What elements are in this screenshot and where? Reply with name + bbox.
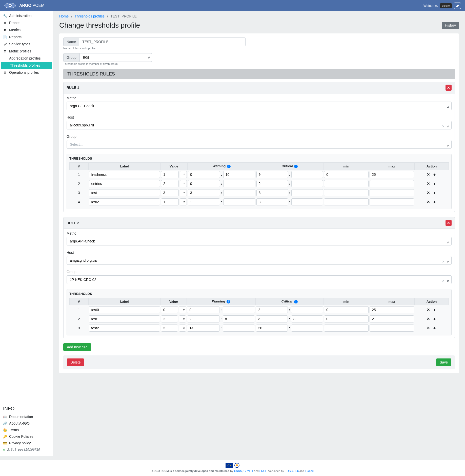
warning-b-input[interactable]: [223, 189, 255, 196]
sidebar-item-service-types[interactable]: 🖊Service types: [0, 41, 53, 48]
add-rule-button[interactable]: Add new rule: [63, 343, 91, 351]
info-item-about-argo[interactable]: 🔗About ARGO: [3, 420, 50, 427]
label-input[interactable]: [89, 325, 160, 332]
rule-group-select[interactable]: Select...: [67, 140, 452, 149]
footer-link-srce[interactable]: SRCE: [259, 469, 267, 472]
add-row-icon[interactable]: ＋: [433, 326, 436, 330]
warning-a-input[interactable]: [188, 198, 220, 205]
save-button[interactable]: Save: [436, 358, 451, 366]
remove-row-icon[interactable]: ✕: [427, 181, 430, 186]
warning-b-input[interactable]: [223, 171, 255, 178]
critical-b-input[interactable]: [291, 315, 323, 322]
add-row-icon[interactable]: ＋: [433, 191, 436, 195]
label-input[interactable]: [89, 171, 160, 178]
remove-row-icon[interactable]: ✕: [427, 191, 430, 195]
warning-a-input[interactable]: [188, 171, 220, 178]
unit-select[interactable]: TB: [179, 315, 186, 322]
unit-select[interactable]: KB: [179, 306, 186, 313]
delete-button[interactable]: Delete: [67, 358, 84, 366]
unit-select[interactable]: [180, 189, 187, 196]
critical-b-input[interactable]: [291, 325, 323, 332]
label-input[interactable]: [89, 315, 160, 322]
sidebar-item-aggregation-profiles[interactable]: ≔Aggregation profiles: [0, 55, 53, 62]
critical-b-input[interactable]: [291, 180, 323, 187]
max-input[interactable]: [370, 315, 414, 322]
metric-select[interactable]: argo.API-Check: [67, 237, 452, 245]
value-input[interactable]: [161, 180, 179, 187]
delete-rule-button[interactable]: ✕: [446, 220, 452, 226]
warning-a-input[interactable]: [188, 180, 220, 187]
critical-b-input[interactable]: [291, 306, 323, 313]
critical-a-input[interactable]: [256, 325, 288, 332]
unit-select[interactable]: %: [179, 325, 186, 332]
metric-select[interactable]: argo.CE-Check: [67, 102, 452, 110]
warning-b-input[interactable]: [223, 306, 255, 313]
info-item-terms[interactable]: 👑Terms: [3, 427, 50, 433]
warning-b-input[interactable]: [223, 180, 255, 187]
sidebar-item-probes[interactable]: ≡Probes: [0, 19, 53, 26]
warning-a-input[interactable]: [187, 325, 219, 332]
breadcrumb-home[interactable]: Home: [59, 14, 69, 18]
critical-b-input[interactable]: [291, 198, 323, 205]
info-icon[interactable]: i: [294, 300, 298, 303]
min-input[interactable]: [324, 198, 369, 205]
add-row-icon[interactable]: ＋: [433, 317, 436, 321]
sidebar-item-operations-profiles[interactable]: ⊞Operations profiles: [0, 69, 53, 76]
group-select[interactable]: EGI: [80, 53, 152, 62]
info-icon[interactable]: i: [294, 165, 298, 168]
min-input[interactable]: [324, 325, 369, 332]
remove-row-icon[interactable]: ✕: [427, 317, 430, 321]
name-input[interactable]: [79, 37, 246, 46]
max-input[interactable]: [370, 189, 414, 196]
warning-b-input[interactable]: [223, 325, 255, 332]
critical-a-input[interactable]: [256, 315, 288, 322]
value-input[interactable]: [161, 198, 179, 205]
sidebar-item-reports[interactable]: 📄Reports: [0, 33, 53, 41]
info-item-privacy-policy[interactable]: 💳Privacy policy: [3, 440, 50, 446]
value-input[interactable]: [161, 325, 178, 332]
info-item-cookie-policies[interactable]: 🔑Cookie Policies: [3, 433, 50, 440]
add-row-icon[interactable]: ＋: [433, 308, 436, 312]
max-input[interactable]: [370, 171, 414, 178]
value-input[interactable]: [161, 315, 178, 322]
value-input[interactable]: [161, 171, 179, 178]
warning-b-input[interactable]: [223, 315, 255, 322]
min-input[interactable]: [324, 189, 369, 196]
max-input[interactable]: [370, 198, 414, 205]
sidebar-item-administration[interactable]: 🔧Administration: [0, 12, 53, 19]
max-input[interactable]: [370, 180, 414, 187]
min-input[interactable]: [324, 315, 369, 322]
host-select[interactable]: amga.grid.org.ua: [67, 256, 452, 265]
add-row-icon[interactable]: ＋: [433, 172, 436, 177]
critical-a-input[interactable]: [256, 180, 288, 187]
critical-a-input[interactable]: [256, 171, 288, 178]
logout-button[interactable]: [454, 3, 461, 9]
value-input[interactable]: [161, 189, 179, 196]
critical-a-input[interactable]: [256, 306, 288, 313]
warning-a-input[interactable]: [188, 189, 220, 196]
delete-rule-button[interactable]: ✕: [446, 85, 452, 91]
min-input[interactable]: [324, 306, 369, 313]
label-input[interactable]: [89, 180, 160, 187]
warning-a-input[interactable]: [187, 306, 219, 313]
sidebar-item-metrics[interactable]: ✱Metrics: [0, 26, 53, 33]
remove-row-icon[interactable]: ✕: [427, 200, 430, 204]
remove-row-icon[interactable]: ✕: [427, 172, 430, 177]
value-input[interactable]: [161, 306, 178, 313]
remove-row-icon[interactable]: ✕: [427, 326, 430, 330]
critical-a-input[interactable]: [256, 189, 288, 196]
critical-b-input[interactable]: [291, 171, 323, 178]
warning-b-input[interactable]: [223, 198, 255, 205]
min-input[interactable]: [324, 180, 369, 187]
max-input[interactable]: [370, 325, 414, 332]
unit-select[interactable]: B: [180, 180, 187, 187]
host-select[interactable]: alice09.spbu.ru: [67, 121, 452, 129]
rule-group-select[interactable]: JP-KEK-CRC-02: [67, 275, 452, 284]
label-input[interactable]: [89, 198, 160, 205]
info-item-documentation[interactable]: 📖Documentation: [3, 413, 50, 420]
unit-select[interactable]: [180, 198, 187, 205]
min-input[interactable]: [324, 171, 369, 178]
max-input[interactable]: [370, 306, 414, 313]
sidebar-item-thresholds-profiles[interactable]: !Thresholds profiles: [1, 62, 52, 69]
breadcrumb-profiles[interactable]: Thresholds profiles: [75, 14, 105, 18]
